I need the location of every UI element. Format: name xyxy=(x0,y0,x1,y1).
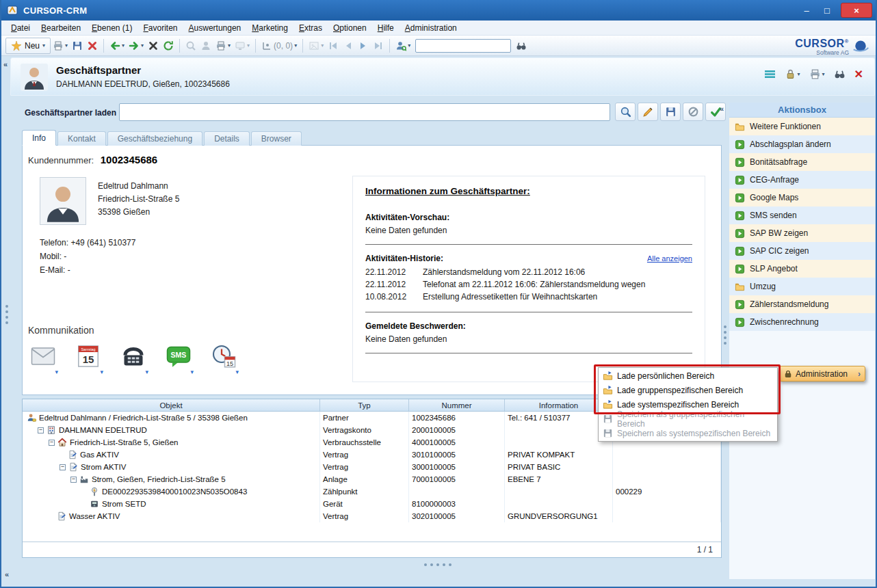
print-button[interactable]: ▾ xyxy=(51,38,70,54)
collapse-right-panel-icon[interactable]: « xyxy=(720,105,724,113)
chevron-down-icon[interactable]: ▾ xyxy=(100,369,103,375)
chevron-down-icon[interactable]: ▾ xyxy=(321,42,324,49)
chevron-down-icon[interactable]: ▾ xyxy=(55,369,58,375)
phone-button[interactable]: ▾ xyxy=(118,344,148,375)
action-abschlagsplan-ändern[interactable]: Abschlagsplan ändern xyxy=(729,135,875,153)
table-row[interactable]: Strom, Gießen, Friedrich-List-Straße 5An… xyxy=(23,473,721,485)
maximize-button[interactable]: □ xyxy=(817,3,837,18)
close-entity-button[interactable]: ✕ xyxy=(854,69,863,80)
menu-ebenen-1[interactable]: Ebenen (1) xyxy=(86,22,138,34)
action-zählerstandsmeldung[interactable]: Zählerstandsmeldung xyxy=(729,295,875,313)
print-preview-button[interactable]: ▾ xyxy=(213,38,233,54)
collapse-bottom-left-icon[interactable]: « xyxy=(5,570,9,578)
user-settings-button[interactable] xyxy=(198,38,213,54)
nav-first-button[interactable] xyxy=(326,38,341,54)
chevron-down-icon[interactable]: ▾ xyxy=(42,42,45,49)
new-button[interactable]: Neu▾ xyxy=(5,38,51,54)
table-row[interactable]: Wasser AKTIVVertrag3020100005GRUNDVERSOR… xyxy=(23,510,721,522)
collapse-left-panel-icon[interactable]: « xyxy=(3,60,8,68)
tab-geschäftsbeziehung[interactable]: Geschäftsbeziehung xyxy=(107,131,202,146)
search-button[interactable] xyxy=(615,103,636,121)
back-button[interactable]: ▾ xyxy=(107,38,127,54)
chevron-down-icon[interactable]: ▾ xyxy=(247,42,250,49)
sms-button[interactable]: SMS ▾ xyxy=(163,344,194,375)
menu-hilfe[interactable]: Hilfe xyxy=(372,22,400,34)
email-button[interactable]: ▾ xyxy=(28,344,58,375)
image-button[interactable]: ▾ xyxy=(306,38,326,54)
menu-favoriten[interactable]: Favoriten xyxy=(138,22,183,34)
action-weitere-funktionen[interactable]: Weitere Funktionen xyxy=(729,118,875,135)
edit-button[interactable] xyxy=(638,103,658,121)
table-row[interactable]: Strom SETDGerät8100000003 xyxy=(23,498,721,510)
lock-button[interactable]: ▾ xyxy=(785,68,800,80)
person-search-button[interactable]: ▾ xyxy=(393,38,413,54)
chevron-down-icon[interactable]: ▾ xyxy=(190,369,194,375)
menu-marketing[interactable]: Marketing xyxy=(246,22,293,34)
action-bonitätsabfrage[interactable]: Bonitätsabfrage xyxy=(729,153,875,171)
chevron-down-icon[interactable]: ▾ xyxy=(294,42,297,49)
bottom-splitter-handle[interactable] xyxy=(424,563,451,566)
collapse-toggle-icon[interactable] xyxy=(60,464,66,470)
left-splitter-handle[interactable] xyxy=(5,305,8,324)
right-splitter-handle[interactable] xyxy=(724,325,727,345)
table-row[interactable]: Strom AKTIVVertrag3000100005PRIVAT BASIC xyxy=(23,461,721,473)
header-print-button[interactable]: ▾ xyxy=(809,68,825,80)
chevron-down-icon[interactable]: ▾ xyxy=(141,42,144,49)
tab-details[interactable]: Details xyxy=(204,131,250,146)
collapse-toggle-icon[interactable] xyxy=(38,427,44,433)
administration-button[interactable]: Administration › xyxy=(779,366,865,382)
action-slp-angebot[interactable]: SLP Angebot xyxy=(729,260,875,278)
tab-info[interactable]: Info xyxy=(22,130,56,146)
close-button[interactable]: × xyxy=(841,3,872,18)
nav-next-button[interactable] xyxy=(356,38,371,54)
menu-extras[interactable]: Extras xyxy=(293,22,328,34)
chevron-down-icon[interactable]: ▾ xyxy=(822,71,825,77)
menu-optionen[interactable]: Optionen xyxy=(328,22,372,34)
action-umzug[interactable]: Umzug xyxy=(729,278,875,295)
menu-administration[interactable]: Administration xyxy=(400,22,462,34)
action-sap-bw-zeigen[interactable]: SAP BW zeigen xyxy=(729,224,875,242)
chevron-down-icon[interactable]: ▾ xyxy=(65,42,68,49)
column-header[interactable]: Typ xyxy=(320,399,409,411)
find-button[interactable] xyxy=(514,38,529,54)
alle-anzeigen-link[interactable]: Alle anzeigen xyxy=(647,254,692,263)
refresh-button[interactable] xyxy=(161,38,176,54)
cancel-button[interactable] xyxy=(146,38,161,54)
chevron-down-icon[interactable]: ▾ xyxy=(145,369,148,375)
chevron-down-icon[interactable]: ▾ xyxy=(228,42,231,49)
list-view-button[interactable] xyxy=(764,68,776,80)
save-button[interactable] xyxy=(70,38,85,54)
loader-input[interactable] xyxy=(119,103,610,121)
tab-kontakt[interactable]: Kontakt xyxy=(57,131,106,146)
menu-datei[interactable]: Datei xyxy=(5,22,36,34)
chevron-down-icon[interactable]: ▾ xyxy=(798,71,800,77)
action-ceg-anfrage[interactable]: CEG-Anfrage xyxy=(729,171,875,189)
tab-browser[interactable]: Browser xyxy=(251,131,302,146)
save-record-button[interactable] xyxy=(660,103,681,121)
menu-bearbeiten[interactable]: Bearbeiten xyxy=(36,22,86,34)
forward-button[interactable]: ▾ xyxy=(127,38,146,54)
table-row[interactable]: Gas AKTIVVertrag3010100005PRIVAT KOMPAKT xyxy=(23,449,721,461)
column-header[interactable]: Information xyxy=(505,399,613,411)
column-header[interactable]: Nummer xyxy=(409,399,505,411)
chevron-down-icon[interactable]: ▾ xyxy=(235,369,239,375)
coords-button[interactable]: (0, 0)▾ xyxy=(259,38,299,54)
action-zwischenrechnung[interactable]: Zwischenrechnung xyxy=(729,313,875,331)
menuitem-lade-persönlichen-bereich[interactable]: Lade persönlichen Bereich xyxy=(599,369,776,383)
monitor-button[interactable]: ▾ xyxy=(233,38,252,54)
action-sms-senden[interactable]: SMS senden xyxy=(729,206,875,224)
nav-prev-button[interactable] xyxy=(341,38,356,54)
header-search-button[interactable] xyxy=(834,68,846,80)
chevron-down-icon[interactable]: ▾ xyxy=(122,42,125,49)
menu-auswertungen[interactable]: Auswertungen xyxy=(183,22,247,34)
column-header[interactable]: Objekt xyxy=(23,399,320,411)
search-settings-button[interactable] xyxy=(183,38,198,54)
menuitem-lade-gruppenspezifischen-bereich[interactable]: Lade gruppenspezifischen Bereich xyxy=(599,383,776,397)
collapse-toggle-icon[interactable] xyxy=(49,440,55,446)
chevron-down-icon[interactable]: ▾ xyxy=(408,42,410,49)
action-google-maps[interactable]: Google Maps xyxy=(729,189,875,206)
minimize-button[interactable]: – xyxy=(796,3,817,18)
table-row[interactable]: DE00022935398400010023N5035O0843Zählpunk… xyxy=(23,485,721,498)
calendar-button[interactable]: Samstag15 ▾ xyxy=(73,344,103,375)
discard-button[interactable] xyxy=(683,103,703,121)
